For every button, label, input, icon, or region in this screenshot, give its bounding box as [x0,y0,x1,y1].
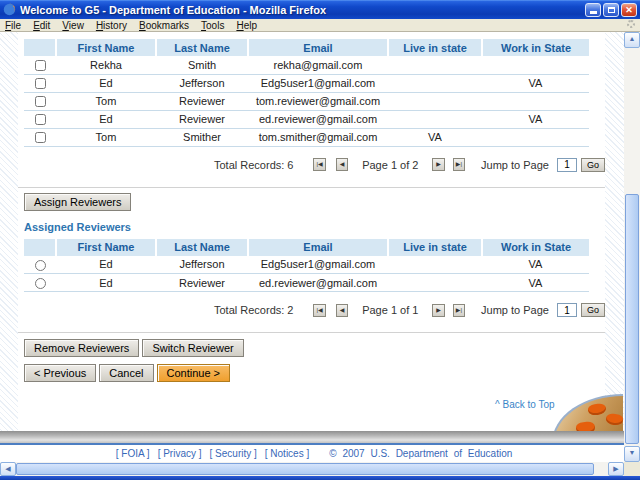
page-viewport: First Name Last Name Email Live in state… [0,32,624,462]
table-header-row: First Name Last Name Email Live in state… [24,39,589,56]
menu-file[interactable]: File [5,20,21,31]
scrollbar-corner [624,462,640,476]
previous-button[interactable]: < Previous [24,364,96,382]
page-content: First Name Last Name Email Live in state… [18,32,605,462]
throbber-icon [627,20,635,28]
select-reviewer-checkbox[interactable] [35,96,46,107]
switch-reviewer-button[interactable]: Switch Reviewer [142,339,243,357]
footer-link-notices[interactable]: [ Notices ] [265,448,309,459]
first-page-button[interactable]: |◀ [313,158,325,171]
first-name-cell: Rekha [56,56,156,74]
minimize-button[interactable] [585,3,601,17]
last-name-cell: Reviewer [156,92,248,110]
menu-tools[interactable]: Tools [201,20,224,31]
jump-to-page-label: Jump to Page [481,304,549,316]
work-in-state-cell: VA [482,274,589,292]
scroll-right-icon[interactable]: ▶ [608,462,624,476]
last-name-cell: Jefferson [156,74,248,92]
reviewer-row: TomReviewertom.reviewer@gmail.com [24,92,589,110]
assign-reviewers-button[interactable]: Assign Reviewers [24,193,131,211]
available-pagination: Total Records: 6 |◀ ◀ Page 1 of 2 ▶ ▶| J… [18,149,605,181]
live-in-state-cell [388,92,482,110]
reviewer-row: RekhaSmithrekha@gmail.com [24,56,589,74]
reviewer-row: EdReviewered.reviewer@gmail.comVA [24,110,589,128]
reviewer-row: EdJeffersonEdg5user1@gmail.comVA [24,74,589,92]
first-name-cell: Ed [56,74,156,92]
vertical-scrollbar[interactable]: ▲ ▼ [624,32,640,462]
column-header-work-in-state: Work in State [482,239,589,256]
section-divider [18,187,605,188]
email-cell: Edg5user1@gmail.com [248,256,388,274]
menu-history[interactable]: History [96,20,127,31]
reviewer-row: EdJeffersonEdg5user1@gmail.comVA [24,256,589,274]
window-controls: ✕ [585,3,637,17]
select-reviewer-checkbox[interactable] [35,132,46,143]
email-cell: tom.smither@gmail.com [248,128,388,146]
next-page-button[interactable]: ▶ [432,158,444,171]
last-page-button[interactable]: ▶| [453,304,465,317]
close-icon: ✕ [625,5,633,15]
last-name-cell: Reviewer [156,274,248,292]
maximize-button[interactable] [603,3,619,17]
email-cell: Edg5user1@gmail.com [248,74,388,92]
close-button[interactable]: ✕ [621,3,637,17]
email-cell: ed.reviewer@gmail.com [248,274,388,292]
menu-view[interactable]: View [62,20,84,31]
table-header-row: First Name Last Name Email Live in state… [24,239,589,256]
jump-to-page-input[interactable] [557,158,577,172]
select-reviewer-radio[interactable] [35,260,46,271]
chair-seat [605,413,623,426]
horizontal-scrollbar[interactable]: ◀ ▶ [0,462,624,476]
footer-link-privacy[interactable]: [ Privacy ] [158,448,202,459]
select-reviewer-radio[interactable] [35,278,46,289]
page-indicator: Page 1 of 2 [362,159,418,171]
previous-page-button[interactable]: ◀ [336,158,348,171]
select-reviewer-checkbox[interactable] [35,114,46,125]
first-name-cell: Ed [56,110,156,128]
cancel-button[interactable]: Cancel [99,364,153,382]
next-page-button[interactable]: ▶ [432,304,444,317]
menu-help[interactable]: Help [236,20,257,31]
last-name-cell: Smith [156,56,248,74]
menu-bookmarks[interactable]: Bookmarks [139,20,189,31]
scroll-up-icon[interactable]: ▲ [624,32,640,48]
column-header-last-name: Last Name [156,39,248,56]
assigned-reviewers-heading: Assigned Reviewers [24,221,605,233]
first-page-button[interactable]: |◀ [313,304,325,317]
menu-bar: File Edit View History Bookmarks Tools H… [0,19,640,32]
email-cell: ed.reviewer@gmail.com [248,110,388,128]
minimize-icon [590,11,597,14]
email-cell: rekha@gmail.com [248,56,388,74]
vertical-scrollbar-thumb[interactable] [625,194,639,444]
menu-edit[interactable]: Edit [33,20,50,31]
footer-link-foia[interactable]: [ FOIA ] [116,448,150,459]
column-header-first-name: First Name [56,239,156,256]
last-name-cell: Smither [156,128,248,146]
continue-button[interactable]: Continue > [157,364,231,382]
horizontal-scrollbar-thumb[interactable] [16,463,594,475]
work-in-state-cell: VA [482,256,589,274]
last-name-cell: Jefferson [156,256,248,274]
select-reviewer-checkbox[interactable] [35,60,46,71]
back-to-top-link[interactable]: ^ Back to Top [495,399,555,410]
firefox-icon [3,3,16,16]
window-bottom-border [0,476,640,480]
go-button[interactable]: Go [581,303,605,317]
scroll-down-icon[interactable]: ▼ [624,446,640,462]
go-button[interactable]: Go [581,158,605,172]
jump-to-page-input[interactable] [557,303,577,317]
live-in-state-cell [388,74,482,92]
last-page-button[interactable]: ▶| [453,158,465,171]
previous-page-button[interactable]: ◀ [336,304,348,317]
live-in-state-cell [388,256,482,274]
reviewer-row: TomSmithertom.smither@gmail.comVA [24,128,589,146]
work-in-state-cell: VA [482,110,589,128]
first-name-cell: Tom [56,92,156,110]
window-title: Welcome to G5 - Department of Education … [20,4,585,16]
title-bar[interactable]: Welcome to G5 - Department of Education … [0,0,640,19]
remove-reviewers-button[interactable]: Remove Reviewers [24,339,139,357]
footer-link-security[interactable]: [ Security ] [210,448,257,459]
select-reviewer-checkbox[interactable] [35,78,46,89]
column-header-live-in-state: Live in state [388,239,482,256]
scroll-left-icon[interactable]: ◀ [0,462,16,476]
